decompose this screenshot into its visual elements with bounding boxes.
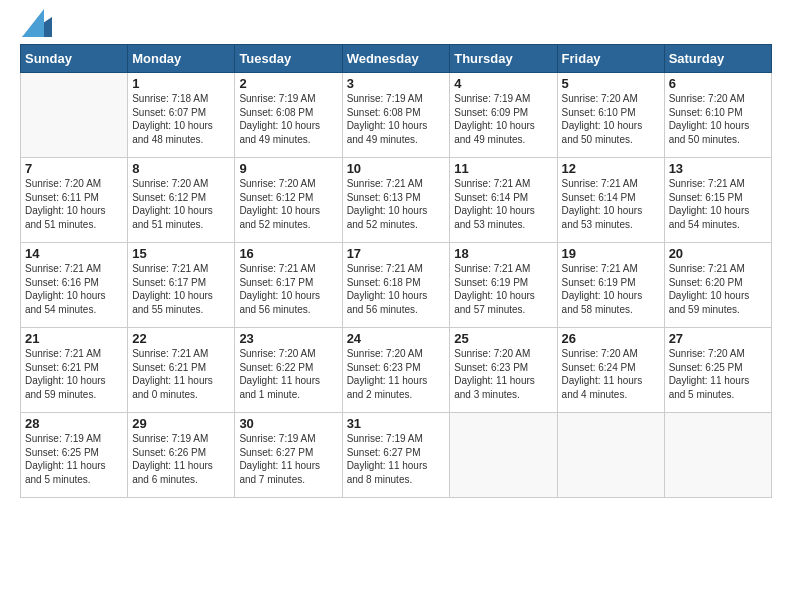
day-number: 24	[347, 331, 446, 346]
day-info: Sunrise: 7:20 AM Sunset: 6:12 PM Dayligh…	[132, 177, 230, 231]
calendar-day-9: 9Sunrise: 7:20 AM Sunset: 6:12 PM Daylig…	[235, 158, 342, 243]
day-info: Sunrise: 7:21 AM Sunset: 6:19 PM Dayligh…	[454, 262, 552, 316]
day-info: Sunrise: 7:18 AM Sunset: 6:07 PM Dayligh…	[132, 92, 230, 146]
header	[20, 16, 772, 38]
day-info: Sunrise: 7:19 AM Sunset: 6:09 PM Dayligh…	[454, 92, 552, 146]
day-number: 16	[239, 246, 337, 261]
day-info: Sunrise: 7:21 AM Sunset: 6:18 PM Dayligh…	[347, 262, 446, 316]
calendar-day-13: 13Sunrise: 7:21 AM Sunset: 6:15 PM Dayli…	[664, 158, 771, 243]
day-info: Sunrise: 7:19 AM Sunset: 6:08 PM Dayligh…	[347, 92, 446, 146]
day-info: Sunrise: 7:20 AM Sunset: 6:10 PM Dayligh…	[669, 92, 767, 146]
calendar-day-14: 14Sunrise: 7:21 AM Sunset: 6:16 PM Dayli…	[21, 243, 128, 328]
calendar-day-10: 10Sunrise: 7:21 AM Sunset: 6:13 PM Dayli…	[342, 158, 450, 243]
day-number: 27	[669, 331, 767, 346]
day-info: Sunrise: 7:21 AM Sunset: 6:20 PM Dayligh…	[669, 262, 767, 316]
calendar-week-4: 21Sunrise: 7:21 AM Sunset: 6:21 PM Dayli…	[21, 328, 772, 413]
calendar-page: SundayMondayTuesdayWednesdayThursdayFrid…	[0, 0, 792, 612]
day-info: Sunrise: 7:21 AM Sunset: 6:13 PM Dayligh…	[347, 177, 446, 231]
calendar-day-20: 20Sunrise: 7:21 AM Sunset: 6:20 PM Dayli…	[664, 243, 771, 328]
calendar-header-monday: Monday	[128, 45, 235, 73]
day-info: Sunrise: 7:20 AM Sunset: 6:12 PM Dayligh…	[239, 177, 337, 231]
calendar-week-3: 14Sunrise: 7:21 AM Sunset: 6:16 PM Dayli…	[21, 243, 772, 328]
day-info: Sunrise: 7:19 AM Sunset: 6:25 PM Dayligh…	[25, 432, 123, 486]
calendar-day-empty	[450, 413, 557, 498]
calendar-day-5: 5Sunrise: 7:20 AM Sunset: 6:10 PM Daylig…	[557, 73, 664, 158]
day-info: Sunrise: 7:21 AM Sunset: 6:21 PM Dayligh…	[132, 347, 230, 401]
day-number: 18	[454, 246, 552, 261]
calendar-day-empty	[557, 413, 664, 498]
calendar-week-5: 28Sunrise: 7:19 AM Sunset: 6:25 PM Dayli…	[21, 413, 772, 498]
calendar-day-8: 8Sunrise: 7:20 AM Sunset: 6:12 PM Daylig…	[128, 158, 235, 243]
day-number: 2	[239, 76, 337, 91]
day-info: Sunrise: 7:20 AM Sunset: 6:23 PM Dayligh…	[347, 347, 446, 401]
day-number: 14	[25, 246, 123, 261]
day-info: Sunrise: 7:20 AM Sunset: 6:11 PM Dayligh…	[25, 177, 123, 231]
calendar-day-28: 28Sunrise: 7:19 AM Sunset: 6:25 PM Dayli…	[21, 413, 128, 498]
day-number: 6	[669, 76, 767, 91]
calendar-header-row: SundayMondayTuesdayWednesdayThursdayFrid…	[21, 45, 772, 73]
day-number: 15	[132, 246, 230, 261]
day-number: 31	[347, 416, 446, 431]
day-info: Sunrise: 7:21 AM Sunset: 6:17 PM Dayligh…	[239, 262, 337, 316]
day-number: 4	[454, 76, 552, 91]
calendar-day-11: 11Sunrise: 7:21 AM Sunset: 6:14 PM Dayli…	[450, 158, 557, 243]
day-number: 10	[347, 161, 446, 176]
calendar-table: SundayMondayTuesdayWednesdayThursdayFrid…	[20, 44, 772, 498]
day-number: 23	[239, 331, 337, 346]
calendar-header-sunday: Sunday	[21, 45, 128, 73]
day-number: 11	[454, 161, 552, 176]
calendar-week-2: 7Sunrise: 7:20 AM Sunset: 6:11 PM Daylig…	[21, 158, 772, 243]
day-number: 20	[669, 246, 767, 261]
calendar-day-22: 22Sunrise: 7:21 AM Sunset: 6:21 PM Dayli…	[128, 328, 235, 413]
calendar-day-21: 21Sunrise: 7:21 AM Sunset: 6:21 PM Dayli…	[21, 328, 128, 413]
calendar-day-4: 4Sunrise: 7:19 AM Sunset: 6:09 PM Daylig…	[450, 73, 557, 158]
calendar-header-thursday: Thursday	[450, 45, 557, 73]
day-info: Sunrise: 7:19 AM Sunset: 6:26 PM Dayligh…	[132, 432, 230, 486]
day-info: Sunrise: 7:21 AM Sunset: 6:14 PM Dayligh…	[562, 177, 660, 231]
day-number: 30	[239, 416, 337, 431]
day-info: Sunrise: 7:20 AM Sunset: 6:25 PM Dayligh…	[669, 347, 767, 401]
calendar-day-27: 27Sunrise: 7:20 AM Sunset: 6:25 PM Dayli…	[664, 328, 771, 413]
calendar-header-saturday: Saturday	[664, 45, 771, 73]
day-number: 29	[132, 416, 230, 431]
calendar-header-wednesday: Wednesday	[342, 45, 450, 73]
calendar-day-3: 3Sunrise: 7:19 AM Sunset: 6:08 PM Daylig…	[342, 73, 450, 158]
calendar-day-29: 29Sunrise: 7:19 AM Sunset: 6:26 PM Dayli…	[128, 413, 235, 498]
calendar-day-19: 19Sunrise: 7:21 AM Sunset: 6:19 PM Dayli…	[557, 243, 664, 328]
day-number: 28	[25, 416, 123, 431]
calendar-day-12: 12Sunrise: 7:21 AM Sunset: 6:14 PM Dayli…	[557, 158, 664, 243]
day-number: 1	[132, 76, 230, 91]
day-info: Sunrise: 7:20 AM Sunset: 6:10 PM Dayligh…	[562, 92, 660, 146]
day-info: Sunrise: 7:20 AM Sunset: 6:22 PM Dayligh…	[239, 347, 337, 401]
day-number: 9	[239, 161, 337, 176]
calendar-header-friday: Friday	[557, 45, 664, 73]
calendar-day-24: 24Sunrise: 7:20 AM Sunset: 6:23 PM Dayli…	[342, 328, 450, 413]
calendar-day-empty	[664, 413, 771, 498]
calendar-week-1: 1Sunrise: 7:18 AM Sunset: 6:07 PM Daylig…	[21, 73, 772, 158]
day-number: 3	[347, 76, 446, 91]
day-info: Sunrise: 7:19 AM Sunset: 6:08 PM Dayligh…	[239, 92, 337, 146]
day-info: Sunrise: 7:21 AM Sunset: 6:15 PM Dayligh…	[669, 177, 767, 231]
calendar-day-empty	[21, 73, 128, 158]
calendar-day-18: 18Sunrise: 7:21 AM Sunset: 6:19 PM Dayli…	[450, 243, 557, 328]
day-number: 12	[562, 161, 660, 176]
day-number: 19	[562, 246, 660, 261]
calendar-day-7: 7Sunrise: 7:20 AM Sunset: 6:11 PM Daylig…	[21, 158, 128, 243]
day-info: Sunrise: 7:20 AM Sunset: 6:23 PM Dayligh…	[454, 347, 552, 401]
day-number: 25	[454, 331, 552, 346]
day-info: Sunrise: 7:21 AM Sunset: 6:21 PM Dayligh…	[25, 347, 123, 401]
calendar-day-16: 16Sunrise: 7:21 AM Sunset: 6:17 PM Dayli…	[235, 243, 342, 328]
day-info: Sunrise: 7:19 AM Sunset: 6:27 PM Dayligh…	[347, 432, 446, 486]
logo	[20, 16, 52, 38]
day-number: 8	[132, 161, 230, 176]
day-info: Sunrise: 7:19 AM Sunset: 6:27 PM Dayligh…	[239, 432, 337, 486]
day-info: Sunrise: 7:21 AM Sunset: 6:14 PM Dayligh…	[454, 177, 552, 231]
calendar-day-25: 25Sunrise: 7:20 AM Sunset: 6:23 PM Dayli…	[450, 328, 557, 413]
calendar-day-26: 26Sunrise: 7:20 AM Sunset: 6:24 PM Dayli…	[557, 328, 664, 413]
day-number: 7	[25, 161, 123, 176]
day-number: 22	[132, 331, 230, 346]
day-number: 21	[25, 331, 123, 346]
logo-icon	[22, 9, 52, 37]
calendar-day-1: 1Sunrise: 7:18 AM Sunset: 6:07 PM Daylig…	[128, 73, 235, 158]
calendar-day-15: 15Sunrise: 7:21 AM Sunset: 6:17 PM Dayli…	[128, 243, 235, 328]
